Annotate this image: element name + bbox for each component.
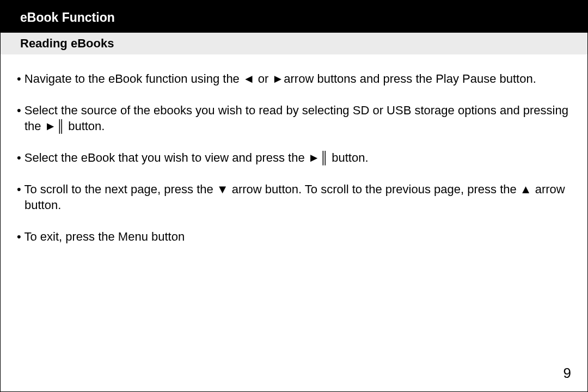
instruction-text: • To exit, press the Menu button bbox=[17, 230, 185, 243]
section-title: eBook Function bbox=[20, 10, 115, 24]
content-body: • Navigate to the eBook function using t… bbox=[1, 54, 587, 245]
instruction-text: • Select the eBook that you wish to view… bbox=[17, 151, 369, 164]
instruction-text: • Select the source of the ebooks you wi… bbox=[17, 103, 568, 133]
instruction-item: • Select the eBook that you wish to view… bbox=[14, 150, 574, 166]
instruction-item: • To exit, press the Menu button bbox=[14, 229, 574, 245]
instruction-item: • Navigate to the eBook function using t… bbox=[14, 71, 574, 87]
instruction-text: • To scroll to the next page, press the … bbox=[17, 182, 565, 212]
subsection-title: Reading eBooks bbox=[20, 36, 114, 50]
instruction-item: • To scroll to the next page, press the … bbox=[14, 181, 574, 213]
manual-page: eBook Function Reading eBooks • Navigate… bbox=[0, 0, 588, 392]
instruction-text: • Navigate to the eBook function using t… bbox=[17, 72, 536, 85]
section-header: eBook Function bbox=[1, 1, 587, 33]
page-number: 9 bbox=[564, 365, 571, 382]
subsection-header: Reading eBooks bbox=[1, 33, 587, 54]
instruction-item: • Select the source of the ebooks you wi… bbox=[14, 102, 574, 134]
